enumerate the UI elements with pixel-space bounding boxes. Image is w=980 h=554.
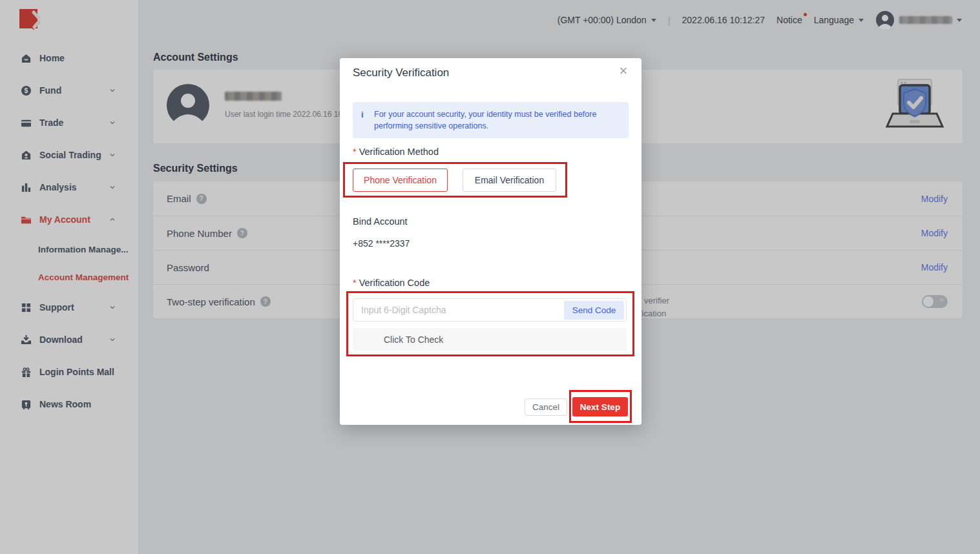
- verification-code-label: *Verification Code: [353, 278, 430, 288]
- modal-title: Security Verification: [353, 67, 449, 79]
- email-verification-button[interactable]: Email Verification: [463, 169, 556, 192]
- required-asterisk: *: [353, 278, 357, 288]
- info-banner-text: For your account security, your identity…: [374, 110, 596, 130]
- click-to-check-captcha[interactable]: Click To Check: [353, 328, 627, 351]
- verification-method-label: *Verification Method: [353, 147, 439, 157]
- info-banner: i For your account security, your identi…: [353, 102, 629, 138]
- send-code-button[interactable]: Send Code: [564, 301, 624, 320]
- info-icon: i: [361, 109, 364, 121]
- app-screen: Home $ Fund Trade Social Trading Analysi…: [0, 0, 980, 554]
- next-step-button[interactable]: Next Step: [572, 397, 628, 416]
- captcha-input-wrap: Send Code: [353, 298, 627, 322]
- bind-account-label: Bind Account: [353, 216, 408, 227]
- captcha-input[interactable]: [353, 299, 560, 321]
- cancel-button[interactable]: Cancel: [525, 398, 567, 416]
- required-asterisk: *: [353, 147, 357, 157]
- security-verification-modal: Security Verification × i For your accou…: [340, 58, 641, 425]
- phone-verification-button[interactable]: Phone Verification: [353, 169, 448, 192]
- close-icon[interactable]: ×: [616, 63, 631, 79]
- bind-account-value: +852 ****2337: [353, 238, 410, 249]
